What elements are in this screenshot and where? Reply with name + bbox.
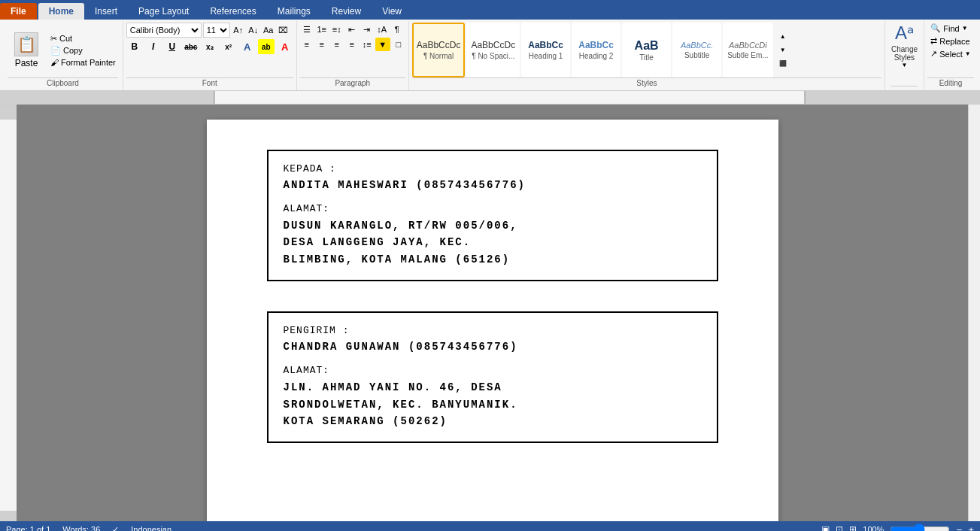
font-size-select[interactable]: 11 — [203, 23, 230, 38]
text-effects-btn[interactable]: A — [239, 39, 256, 54]
tab-home[interactable]: Home — [38, 3, 84, 20]
select-arrow: ▼ — [965, 50, 971, 57]
paste-icon: 📋 — [14, 32, 38, 56]
font-color-btn[interactable]: A — [277, 39, 293, 54]
format-painter-button[interactable]: 🖌 Format Painter — [48, 57, 118, 68]
italic-btn[interactable]: I — [145, 39, 162, 54]
clear-format-btn[interactable]: ⌧ — [277, 23, 290, 37]
align-center-btn[interactable]: ≡ — [315, 38, 329, 51]
page-count: Page: 1 of 1 — [6, 525, 50, 531]
clipboard-group: 📋 Paste ✂ Cut 📄 Copy 🖌 Format Painter Cl… — [3, 21, 123, 90]
tab-mailings[interactable]: Mailings — [267, 3, 321, 20]
paste-label: Paste — [15, 58, 38, 68]
cut-button[interactable]: ✂ Cut — [48, 33, 118, 44]
svg-rect-2 — [805, 91, 980, 105]
styles-group-label — [891, 86, 918, 89]
style-title-preview: AaB — [635, 38, 659, 53]
numbering-btn[interactable]: 1≡ — [315, 23, 329, 36]
shading-btn[interactable]: ▼ — [375, 38, 390, 51]
vertical-scrollbar[interactable] — [968, 105, 980, 521]
multilevel-btn[interactable]: ≡↕ — [330, 23, 344, 36]
tab-review[interactable]: Review — [321, 3, 372, 20]
justify-btn[interactable]: ≡ — [345, 38, 359, 51]
style-no-spacing[interactable]: AaBbCcDc ¶ No Spaci... — [466, 23, 520, 77]
alamat1-line1: DUSUN KARANGLO, RT/RW 005/006, — [284, 217, 702, 234]
underline-btn[interactable]: U — [164, 39, 181, 54]
style-normal[interactable]: AaBbCcDc ¶ Normal — [412, 23, 466, 77]
zoom-level: 100% — [863, 525, 884, 531]
tab-bar: File Home Insert Page Layout References … — [0, 0, 980, 20]
increase-font-btn[interactable]: A↑ — [232, 23, 245, 37]
change-styles-button[interactable]: Aᵃ ChangeStyles ▼ — [891, 23, 918, 68]
tab-file[interactable]: File — [0, 3, 37, 20]
styles-more[interactable]: ⬛ — [776, 57, 790, 71]
sort-btn[interactable]: ↕A — [375, 23, 389, 36]
view-print-btn[interactable]: ▣ — [821, 524, 830, 531]
line-spacing-btn[interactable]: ↕≡ — [360, 38, 374, 51]
decrease-font-btn[interactable]: A↓ — [247, 23, 260, 37]
svg-rect-5 — [0, 105, 17, 521]
page-container[interactable]: KEPADA : ANDITA MAHESWARI (085743456776)… — [17, 105, 968, 521]
style-subtitle-label: Subtitle — [684, 51, 709, 59]
style-subtle-em[interactable]: AaBbCcDi Subtle Em... — [723, 23, 772, 77]
alamat1-line2: DESA LANGGENG JAYA, KEC. — [284, 234, 702, 250]
copy-button[interactable]: 📄 Copy — [48, 45, 118, 56]
strikethrough-btn[interactable]: abc — [183, 39, 199, 54]
align-right-btn[interactable]: ≡ — [330, 38, 344, 51]
style-no-spacing-label: ¶ No Spaci... — [472, 52, 514, 60]
clipboard-label: Clipboard — [8, 77, 118, 89]
zoom-minus-btn[interactable]: − — [956, 524, 962, 532]
style-title[interactable]: AaB Title — [622, 23, 671, 77]
highlight-btn[interactable]: ab — [258, 39, 275, 54]
style-normal-label: ¶ Normal — [423, 52, 454, 60]
style-heading2-preview: AaBbCc — [578, 40, 614, 50]
bold-btn[interactable]: B — [126, 39, 143, 54]
copy-icon: 📄 — [50, 46, 61, 56]
zoom-slider[interactable] — [890, 526, 950, 531]
alamat2-value: JLN. AHMAD YANI NO. 46, DESA SRONDOLWETA… — [284, 379, 702, 429]
select-button[interactable]: ↗ Select ▼ — [927, 48, 974, 59]
styles-row: AaBbCcDc ¶ Normal AaBbCcDc ¶ No Spaci...… — [412, 23, 881, 77]
decrease-indent-btn[interactable]: ⇤ — [345, 23, 359, 36]
svg-rect-7 — [0, 511, 17, 521]
pilcrow-btn[interactable]: ¶ — [390, 23, 404, 36]
sender-box[interactable]: PENGIRIM : CHANDRA GUNAWAN (085743456776… — [267, 311, 718, 443]
status-bar: Page: 1 of 1 Words: 36 ✓ Indonesian ▣ ⊡ … — [0, 521, 980, 531]
kepada-value: ANDITA MAHESWARI (085743456776) — [284, 179, 702, 191]
font-name-select[interactable]: Calibri (Body) — [126, 23, 202, 38]
recipient-box[interactable]: KEPADA : ANDITA MAHESWARI (085743456776)… — [267, 150, 718, 281]
alamat2-line2: SRONDOLWETAN, KEC. BANYUMANIK. — [284, 396, 702, 413]
paste-button[interactable]: 📋 Paste — [8, 23, 45, 77]
borders-btn[interactable]: □ — [392, 38, 405, 51]
styles-scroll-up[interactable]: ▲ — [776, 30, 790, 44]
alamat1-line3: BLIMBING, KOTA MALANG (65126) — [284, 251, 702, 268]
left-ruler — [0, 105, 17, 521]
replace-button[interactable]: ⇄ Replace — [927, 35, 972, 47]
spell-check-icon: ✓ — [112, 525, 119, 532]
view-full-reading-btn[interactable]: ⊡ — [836, 524, 843, 531]
alamat1-label: ALAMAT: — [284, 203, 702, 214]
styles-scroll-down[interactable]: ▼ — [776, 44, 790, 57]
bullets-btn[interactable]: ☰ — [300, 23, 314, 36]
zoom-plus-btn[interactable]: + — [968, 524, 974, 532]
increase-indent-btn[interactable]: ⇥ — [360, 23, 374, 36]
tab-insert[interactable]: Insert — [84, 3, 128, 20]
alamat1-value: DUSUN KARANGLO, RT/RW 005/006, DESA LANG… — [284, 217, 702, 268]
align-left-btn[interactable]: ≡ — [300, 38, 314, 51]
view-web-btn[interactable]: ⊞ — [849, 524, 857, 531]
pengirim-label: PENGIRIM : — [284, 325, 702, 336]
tab-references[interactable]: References — [199, 3, 266, 20]
tab-view[interactable]: View — [372, 3, 412, 20]
style-heading2[interactable]: AaBbCc Heading 2 — [572, 23, 620, 77]
find-button[interactable]: 🔍 Find ▼ — [927, 23, 970, 34]
document-page[interactable]: KEPADA : ANDITA MAHESWARI (085743456776)… — [207, 120, 778, 521]
subscript-btn[interactable]: x₂ — [202, 39, 218, 54]
superscript-btn[interactable]: x² — [220, 39, 237, 54]
word-count: Words: 36 — [62, 525, 100, 531]
style-subtitle[interactable]: AaBbCc. Subtitle — [672, 23, 721, 77]
change-case-btn[interactable]: Aa — [262, 23, 275, 37]
alamat2-label: ALAMAT: — [284, 365, 702, 376]
style-heading1[interactable]: AaBbCc Heading 1 — [521, 23, 570, 77]
tab-page-layout[interactable]: Page Layout — [128, 3, 199, 20]
replace-icon: ⇄ — [930, 36, 937, 46]
